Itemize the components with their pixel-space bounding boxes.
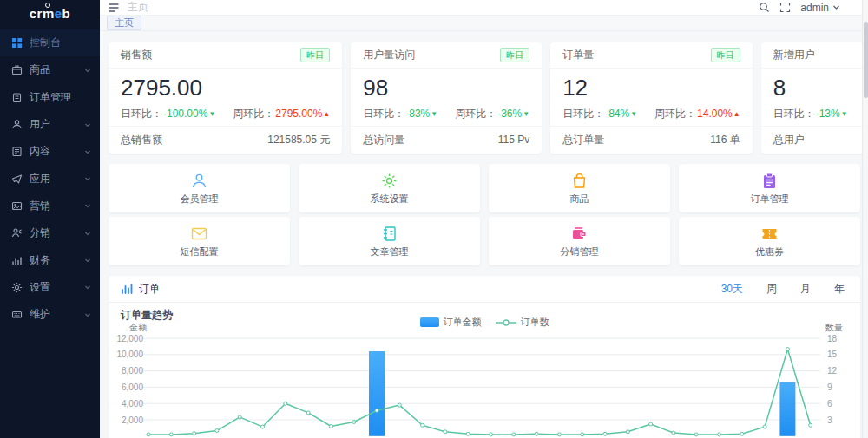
maintain-icon [11, 309, 23, 320]
stat-footer-value: 115 Pv [498, 134, 529, 146]
stat-footer-label: 总订单量 [562, 133, 604, 147]
stat-ratios: 日环比：-100.00%▼ 周环比：2795.00%▲ [121, 107, 330, 121]
tile-member-management[interactable]: 会员管理 [108, 164, 290, 212]
chevron-down-icon [84, 148, 91, 155]
week-ratio-value: -36%▼ [497, 108, 529, 120]
chevron-down-icon [84, 202, 91, 209]
tile-order-management[interactable]: 订单管理 [679, 164, 860, 212]
sidebar-item-label: 设置 [30, 280, 50, 295]
stat-value: 12 [562, 75, 740, 101]
sidebar-item-label: 维护 [30, 307, 50, 322]
stat-footer-label: 总销售额 [121, 133, 162, 147]
day-ratio-value: -100.00%▼ [163, 108, 215, 120]
stat-value: 8 [773, 75, 868, 101]
svg-text:数量: 数量 [825, 323, 843, 332]
sidebar-item-finance[interactable]: 财务 [0, 246, 100, 273]
stat-footer-label: 总访问量 [363, 133, 404, 147]
range-tabs: 30天 周 月 年 [721, 282, 848, 297]
sidebar-item-marketing[interactable]: 营销 [0, 193, 100, 219]
day-ratio-value: -13%▼ [816, 108, 848, 120]
trend-arrow-icon: ▼ [841, 110, 848, 118]
tile-coupons[interactable]: 优惠券 [679, 217, 860, 265]
sidebar-item-settings[interactable]: 设置 [0, 274, 100, 301]
tab-year[interactable]: 年 [834, 282, 845, 297]
dashboard-icon [11, 37, 23, 49]
goods-icon [11, 64, 23, 75]
logo-letter-m: m [43, 6, 55, 21]
coupon-icon [760, 225, 779, 243]
tile-article-management[interactable]: 文章管理 [299, 217, 480, 265]
stat-card-sales: 销售额 昨日 2795.00 日环比：-100.00%▼ 周环比：2795.00… [108, 42, 342, 154]
member-icon [190, 172, 208, 190]
sidebar-item-orders[interactable]: 订单管理 [0, 84, 100, 111]
top-bar: 主页 admin [100, 0, 868, 16]
sidebar-item-label: 应用 [30, 172, 50, 186]
sidebar-item-label: 财务 [30, 253, 50, 268]
stat-value: 98 [363, 75, 529, 101]
order-list-icon [760, 172, 779, 190]
scrollbar-thumb[interactable] [864, 22, 868, 98]
breadcrumb: 主页 [128, 0, 148, 15]
week-ratio-value: 2795.00%▲ [275, 108, 330, 120]
sidebar-item-apps[interactable]: 应用 [0, 165, 100, 192]
tile-label: 系统设置 [371, 193, 409, 206]
chevron-down-icon [84, 311, 91, 318]
sidebar-item-label: 用户 [30, 117, 50, 132]
sms-envelope-icon [190, 225, 208, 243]
chevron-down-icon [832, 2, 840, 14]
stat-cards-row: 销售额 昨日 2795.00 日环比：-100.00%▼ 周环比：2795.00… [108, 42, 860, 154]
page-scrollbar[interactable] [862, 0, 868, 438]
sidebar-nav: 控制台 商品 订单管理 用户 内容 [0, 26, 100, 328]
tile-system-settings[interactable]: 系统设置 [299, 164, 480, 212]
status-badge: 昨日 [300, 48, 330, 62]
tile-label: 短信配置 [181, 245, 219, 258]
tag-home[interactable]: 主页 [107, 16, 141, 30]
sidebar-item-users[interactable]: 用户 [0, 111, 100, 138]
tile-label: 会员管理 [181, 193, 219, 206]
sidebar-item-content[interactable]: 内容 [0, 138, 100, 165]
search-icon[interactable] [759, 2, 770, 13]
stat-card-orders: 订单量 昨日 12 日环比：-84%▼ 周环比：14.00%▲ 总订单量 116… [550, 42, 753, 154]
article-icon [380, 225, 398, 243]
svg-text:15: 15 [827, 350, 838, 359]
tile-label: 商品 [570, 193, 589, 206]
user-menu[interactable]: admin [800, 2, 840, 14]
trend-arrow-icon: ▲ [733, 110, 740, 118]
sidebar-item-goods[interactable]: 商品 [0, 56, 100, 83]
svg-text:6: 6 [827, 399, 832, 409]
sidebar-item-label: 商品 [30, 62, 50, 77]
bar-chart-icon [121, 283, 133, 295]
stat-footer-value: 116 单 [710, 133, 740, 147]
main-area: 主页 admin 主页 销售额 昨日 [100, 0, 868, 438]
svg-text:8,000: 8,000 [122, 366, 143, 376]
brand-logo[interactable]: crmeb [0, 0, 100, 26]
tile-goods[interactable]: 商品 [489, 164, 670, 212]
content-icon [11, 146, 23, 157]
tab-month[interactable]: 月 [800, 282, 811, 297]
menu-fold-icon[interactable] [108, 2, 120, 14]
marketing-icon [11, 200, 23, 212]
tab-week[interactable]: 周 [766, 282, 777, 297]
week-ratio-value: 14.00%▲ [697, 108, 740, 120]
stat-card-visits: 用户量访问 昨日 98 日环比：-83%▼ 周环比：-36%▼ 总访问量 115… [351, 42, 542, 154]
sidebar-item-dashboard[interactable]: 控制台 [0, 29, 100, 56]
tile-label: 分销管理 [561, 245, 599, 258]
status-badge: 昨日 [711, 48, 740, 62]
tile-distribution-management[interactable]: 分销管理 [489, 217, 670, 265]
orders-chart-card: 订单 30天 周 月 年 订单量趋势 订单金额 [108, 276, 860, 438]
sidebar-item-distribution[interactable]: 分销 [0, 219, 100, 246]
sidebar-item-maintenance[interactable]: 维护 [0, 301, 100, 328]
shortcut-tiles-grid: 会员管理 系统设置 商品 订单管理 短信配置 [108, 164, 860, 265]
panel-title: 订单 [139, 282, 160, 297]
stat-title: 新增用户 [773, 48, 815, 62]
stat-ratios: 日环比：-83%▼ 周环比：-36%▼ [363, 107, 529, 121]
stat-value: 2795.00 [121, 75, 330, 101]
fullscreen-icon[interactable] [779, 2, 791, 13]
chevron-down-icon [84, 175, 91, 182]
stat-footer-value: 121585.05 元 [267, 133, 330, 147]
tile-sms-config[interactable]: 短信配置 [108, 217, 290, 265]
tab-30-days[interactable]: 30天 [721, 282, 743, 297]
goods-bag-icon [570, 172, 589, 190]
svg-text:12,000: 12,000 [116, 334, 143, 343]
svg-text:6,000: 6,000 [122, 382, 143, 392]
